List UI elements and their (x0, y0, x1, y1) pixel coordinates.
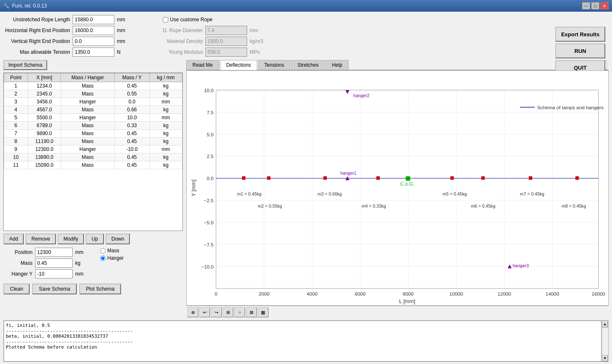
modify-button[interactable]: Modify (58, 233, 84, 244)
svg-text:hanger1: hanger1 (340, 171, 357, 176)
hanger2-marker (346, 90, 349, 94)
log-line: ----------------------------------------… (6, 339, 599, 344)
close-button[interactable]: ✕ (600, 2, 609, 10)
svg-text:8000: 8000 (403, 291, 414, 296)
unstretched-rope-length-label: Unstretched Rope Length (3, 17, 70, 23)
svg-text:m8 = 0.45kg: m8 = 0.45kg (561, 203, 586, 208)
minimize-button[interactable]: ─ (582, 2, 590, 10)
mass-point-8 (481, 176, 485, 180)
tab-help[interactable]: Help (326, 60, 349, 70)
down-button[interactable]: Down (106, 233, 130, 244)
material-density-unit: kg/m3 (250, 38, 263, 44)
svg-text:5.0: 5.0 (207, 132, 214, 137)
table-row[interactable]: 3 3456.0 Hanger 0.0 mm (4, 98, 182, 106)
export-results-button[interactable]: Export Results (555, 27, 605, 42)
svg-rect-19 (216, 90, 598, 289)
clean-button[interactable]: Clean (3, 284, 30, 294)
table-row[interactable]: 2 2345.0 Mass 0.55 kg (4, 90, 182, 98)
svg-text:−5.0: −5.0 (204, 220, 214, 225)
svg-text:m2 = 0.55kg: m2 = 0.55kg (258, 203, 282, 208)
run-button[interactable]: RUN (555, 43, 605, 58)
tab-read-me[interactable]: Read Me (186, 60, 219, 70)
col-header-kg-mm: kg / mm (149, 73, 182, 82)
unstretched-rope-length-unit: mm (117, 17, 129, 23)
svg-text:12000: 12000 (498, 291, 511, 296)
scrollbar-up[interactable]: ▲ (602, 321, 608, 327)
max-allowable-tension-input[interactable] (73, 48, 114, 57)
y-axis-label: Y [mm] (190, 180, 197, 197)
svg-text:0: 0 (215, 291, 217, 296)
circle-icon[interactable]: ○ (234, 307, 245, 317)
remove-button[interactable]: Remove (25, 233, 56, 244)
use-custom-rope-checkbox[interactable] (163, 17, 168, 23)
forward-icon[interactable]: ↪ (211, 307, 222, 317)
grid-icon[interactable]: ⊠ (246, 307, 257, 317)
svg-text:4000: 4000 (307, 291, 318, 296)
table-row[interactable]: 1 1234.0 Mass 0.45 kg (4, 82, 182, 90)
tab-stretches[interactable]: Stretches (291, 60, 325, 70)
table-row[interactable]: 7 9890.0 Mass 0.45 kg (4, 130, 182, 138)
vertical-right-end-input[interactable] (73, 37, 114, 46)
save-schema-button[interactable]: Save Schema (32, 284, 77, 294)
vertical-right-end-label: Vertical Right End Position (3, 38, 70, 44)
unstretched-rope-length-input[interactable] (73, 15, 114, 24)
table-row[interactable]: 9 12300.0 Hanger -10.0 mm (4, 146, 182, 153)
mass-point-4 (324, 176, 327, 180)
up-button[interactable]: Up (86, 233, 104, 244)
add-button[interactable]: Add (3, 233, 24, 244)
log-area: fi, initial, 0.5------------------------… (4, 321, 602, 361)
table-row[interactable]: 10 13890.0 Mass 0.45 kg (4, 153, 182, 161)
svg-text:2000: 2000 (259, 291, 270, 296)
svg-text:7.5: 7.5 (207, 110, 214, 115)
scrollbar-down[interactable]: ▼ (602, 355, 608, 361)
maximize-button[interactable]: □ (591, 2, 599, 10)
svg-text:−10.0: −10.0 (201, 264, 214, 269)
position-label: Position (3, 249, 33, 255)
table-row[interactable]: 5 5500.0 Hanger 10.0 mm (4, 114, 182, 122)
svg-text:hanger2: hanger2 (353, 93, 369, 98)
horizontal-right-end-input[interactable] (73, 26, 114, 35)
save-icon[interactable]: ▦ (258, 307, 268, 317)
hanger-radio[interactable] (100, 256, 106, 261)
table-row[interactable]: 8 11190.0 Mass 0.45 kg (4, 138, 182, 146)
table-row[interactable]: 6 6789.0 Mass 0.33 kg (4, 122, 182, 130)
mass-point-9 (529, 176, 532, 180)
window-title: Funi, rel. 0.0.13 (12, 3, 47, 9)
hanger-y-input[interactable] (35, 269, 73, 279)
import-schema-button[interactable]: Import Schema (3, 60, 47, 70)
mass-input[interactable] (35, 259, 73, 268)
mass-point-2 (267, 176, 271, 180)
tab-deflections[interactable]: Deflections (220, 60, 257, 70)
svg-text:Schema of lamps and hangers: Schema of lamps and hangers (537, 105, 604, 110)
plot-schema-button[interactable]: Plot Schema (79, 284, 121, 294)
log-line: beta, initial, 0.00042013381834532737 (6, 334, 599, 339)
svg-text:2.5: 2.5 (207, 153, 214, 159)
mass-radio[interactable] (100, 248, 106, 254)
pan-icon[interactable]: ⊞ (223, 307, 233, 317)
table-row[interactable]: 4 4567.0 Mass 0.66 kg (4, 106, 182, 114)
back-icon[interactable]: ↩ (199, 307, 210, 317)
material-density-label: Material Density (153, 38, 203, 44)
mass-point-1 (242, 176, 245, 180)
hanger-y-label: Hanger Y (3, 271, 33, 277)
col-header-mass-y: Mass / Y (114, 73, 149, 82)
table-row[interactable]: 11 15090.0 Mass 0.45 kg (4, 161, 182, 169)
young-modulus-unit: MPs (250, 49, 262, 55)
cog-point (406, 176, 410, 181)
use-custom-rope-label: Use custome Rope (170, 17, 212, 23)
mass-unit: kg (75, 260, 81, 266)
d-rope-diameter-input (205, 26, 247, 35)
position-input[interactable] (35, 248, 73, 257)
mass-point-6 (377, 176, 380, 180)
tab-tensions[interactable]: Tensions (258, 60, 290, 70)
app-icon: 🔧 (3, 3, 10, 9)
col-header-x: X [mm] (28, 73, 61, 82)
svg-text:10.0: 10.0 (204, 88, 214, 93)
mass-label: Mass (3, 260, 33, 266)
young-modulus-input (205, 48, 247, 57)
svg-text:m5 = 0.45kg: m5 = 0.45kg (443, 191, 467, 196)
max-allowable-tension-label: Max allowable Tension (3, 49, 70, 55)
zoom-icon[interactable]: ⊕ (187, 307, 198, 317)
svg-text:−7.5: −7.5 (204, 242, 214, 247)
mass-radio-label: Mass (107, 248, 119, 254)
